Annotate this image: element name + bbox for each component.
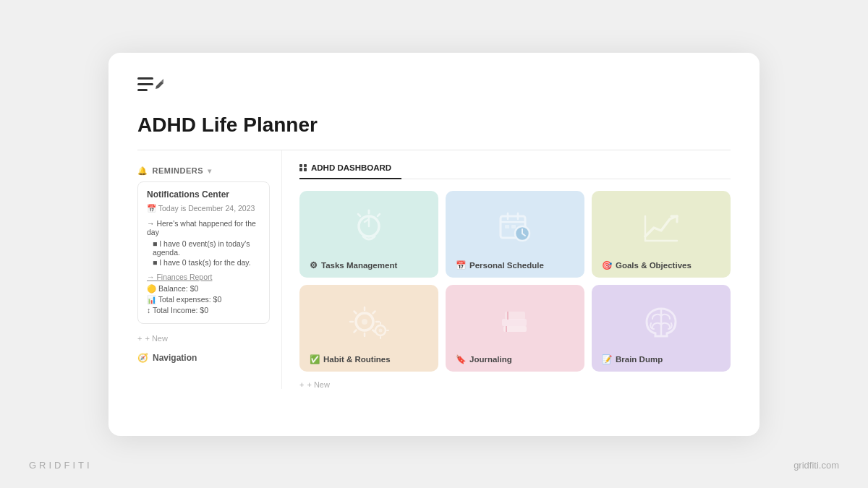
reminders-chevron: ▾	[208, 167, 212, 175]
goals-label-text: Goals & Objectives	[616, 261, 692, 270]
card-habits-label: ✅ Habit & Routines	[310, 354, 391, 364]
habits-label-icon: ✅	[310, 354, 320, 364]
schedule-label-icon: 📅	[456, 260, 466, 270]
sidebar-new-label: + New	[145, 334, 168, 343]
finances-income: ↕ Total Income: $0	[147, 306, 260, 314]
braindump-label-text: Brain Dump	[616, 355, 663, 364]
watermark-left: GRIDFITI	[29, 460, 93, 471]
svg-rect-2	[137, 89, 148, 91]
card-tasks[interactable]: ⚙ Tasks Management	[299, 191, 438, 278]
card-braindump-label: 📝 Brain Dump	[602, 354, 663, 364]
reminders-header[interactable]: 🔔 REMINDERS ▾	[137, 159, 270, 181]
card-braindump-icon-area	[602, 295, 720, 354]
card-tasks-label: ⚙ Tasks Management	[310, 260, 397, 270]
card-journaling-label: 🔖 Journaling	[456, 354, 512, 364]
reminders-label: REMINDERS	[153, 166, 204, 175]
tabs-bar: ADHD DASHBOARD	[299, 150, 731, 179]
nav-icon: 🧭	[137, 353, 148, 363]
tab-adhd-dashboard[interactable]: ADHD DASHBOARD	[299, 158, 401, 179]
habits-label-text: Habit & Routines	[323, 355, 391, 364]
journaling-label-icon: 🔖	[456, 354, 466, 364]
app-title: ADHD Life Planner	[137, 114, 731, 137]
svg-line-24	[373, 311, 375, 313]
goals-label-icon: 🎯	[602, 260, 612, 270]
card-schedule[interactable]: 📅 Personal Schedule	[446, 191, 584, 278]
finances-link[interactable]: → Finances Report	[147, 273, 260, 281]
card-braindump[interactable]: 📝 Brain Dump	[592, 285, 731, 372]
tasks-label-text: Tasks Management	[321, 261, 397, 270]
navigation-label: Navigation	[153, 353, 197, 363]
reminders-icon: 🔔	[137, 166, 148, 176]
svg-line-5	[378, 214, 380, 216]
sidebar-new-button[interactable]: + + New	[137, 330, 270, 347]
app-window: ADHD Life Planner 🔔 REMINDERS ▾ Notifica…	[109, 53, 760, 436]
app-logo	[137, 76, 731, 100]
tasks-label-icon: ⚙	[310, 260, 318, 270]
svg-rect-0	[137, 77, 153, 80]
braindump-label-icon: 📝	[602, 354, 612, 364]
journaling-label-text: Journaling	[469, 355, 512, 364]
dashboard-grid: ⚙ Tasks Management	[299, 191, 731, 372]
notifications-date: 📅 Today is December 24, 2023	[147, 204, 260, 213]
card-journaling-icon-area	[456, 295, 574, 354]
watermark-right: gridfiti.com	[793, 460, 839, 471]
svg-rect-12	[511, 225, 516, 228]
notifications-card: Notifications Center 📅 Today is December…	[137, 181, 270, 324]
notifications-bullet-1: ■ I have 0 task(s) for the day.	[147, 258, 260, 267]
finances-balance: 🟡 Balance: $0	[147, 284, 260, 294]
svg-rect-11	[505, 225, 509, 228]
card-habits-icon-area	[310, 295, 428, 354]
main-content: ADHD DASHBOARD	[282, 150, 731, 389]
tab-adhd-label: ADHD DASHBOARD	[311, 163, 391, 172]
svg-point-27	[379, 328, 383, 332]
schedule-label-text: Personal Schedule	[469, 261, 544, 270]
svg-rect-33	[502, 319, 527, 326]
svg-point-17	[362, 319, 367, 325]
card-tasks-icon-area	[310, 201, 428, 260]
notifications-summary: → Here's what happened for the day ■ I h…	[147, 219, 260, 267]
dashboard-new-button[interactable]: + + New	[299, 374, 731, 389]
svg-rect-1	[137, 83, 153, 85]
card-goals-icon-area	[602, 201, 720, 260]
svg-line-22	[354, 311, 357, 313]
card-goals[interactable]: 🎯 Goals & Objectives	[592, 191, 731, 278]
sidebar: 🔔 REMINDERS ▾ Notifications Center 📅 Tod…	[137, 150, 282, 389]
plus-icon: +	[137, 334, 142, 343]
svg-line-6	[358, 214, 360, 216]
main-layout: 🔔 REMINDERS ▾ Notifications Center 📅 Tod…	[137, 150, 731, 389]
card-habits[interactable]: ✅ Habit & Routines	[299, 285, 438, 372]
notifications-arrow: → Here's what happened for the day	[147, 219, 260, 236]
tab-grid-icon	[299, 164, 307, 171]
svg-line-25	[354, 330, 357, 332]
card-goals-label: 🎯 Goals & Objectives	[602, 260, 692, 270]
dashboard-plus-icon: +	[299, 380, 304, 389]
card-schedule-label: 📅 Personal Schedule	[456, 260, 544, 270]
notifications-title: Notifications Center	[147, 189, 260, 200]
finances-expenses: 📊 Total expenses: $0	[147, 295, 260, 304]
navigation-header: 🧭 Navigation	[137, 347, 270, 366]
card-journaling[interactable]: 🔖 Journaling	[446, 285, 584, 372]
dashboard-new-label: + New	[307, 380, 330, 389]
card-schedule-icon-area	[456, 201, 574, 260]
notifications-bullet-0: ■ I have 0 event(s) in today's agenda.	[147, 239, 260, 257]
